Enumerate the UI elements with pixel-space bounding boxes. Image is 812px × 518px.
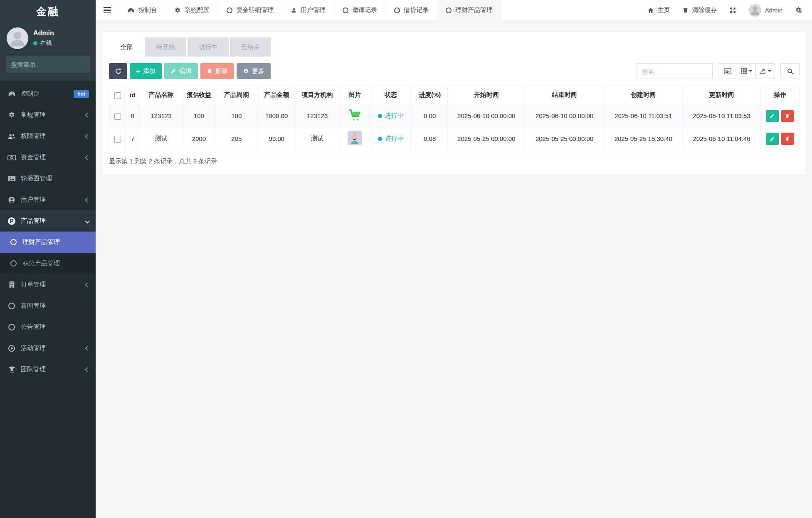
columns-button[interactable] bbox=[737, 63, 756, 79]
sidebar-search bbox=[6, 56, 90, 73]
pencil-icon bbox=[770, 136, 775, 141]
sidebar-item-points-products[interactable]: 积分产品管理 bbox=[0, 253, 96, 274]
fullscreen-button[interactable] bbox=[729, 7, 736, 14]
row-edit-button[interactable] bbox=[766, 133, 779, 145]
detail-view-button[interactable] bbox=[718, 63, 737, 79]
pencil-icon bbox=[770, 113, 775, 118]
row-edit-button[interactable] bbox=[766, 110, 779, 122]
delete-button[interactable]: 删除 bbox=[200, 63, 234, 79]
chevron-left-icon bbox=[85, 113, 89, 117]
sidebar-item-teams[interactable]: 团队管理 bbox=[0, 359, 96, 380]
status-badge: 进行中 bbox=[378, 135, 404, 143]
main-panel: 全部 待开始 进行中 已结束 +添加 编辑 删除 更多 bbox=[102, 31, 807, 175]
trophy-icon bbox=[7, 366, 17, 373]
select-all-cell bbox=[109, 86, 126, 104]
circle-o-icon bbox=[343, 7, 348, 13]
circle-o-icon bbox=[8, 239, 18, 245]
tab-all[interactable]: 全部 bbox=[109, 37, 144, 57]
sidebar-item-general[interactable]: 常规管理 bbox=[0, 104, 96, 126]
sidebar-item-wealth-products[interactable]: 理财产品管理 bbox=[0, 232, 96, 253]
chevron-left-icon bbox=[85, 155, 89, 160]
status-dot-icon bbox=[378, 114, 382, 118]
search-button[interactable] bbox=[780, 63, 800, 79]
view-options-group bbox=[718, 63, 775, 79]
chevron-left-icon bbox=[85, 346, 89, 350]
person-product-image bbox=[348, 131, 362, 145]
sidebar-item-orders[interactable]: 订单管理 bbox=[0, 274, 96, 295]
plus-icon: + bbox=[136, 68, 140, 75]
grid-icon bbox=[741, 68, 747, 74]
row-delete-button[interactable] bbox=[781, 133, 794, 145]
sidebar-item-banners[interactable]: 轮播图管理 bbox=[0, 168, 96, 189]
sidebar-item-products[interactable]: P 产品管理 bbox=[0, 210, 96, 232]
avatar bbox=[749, 4, 761, 17]
circle-o-icon bbox=[8, 260, 18, 266]
user-menu[interactable]: Admin bbox=[749, 4, 782, 17]
circle-o-icon bbox=[227, 7, 232, 13]
clear-cache-button[interactable]: 清除缓存 bbox=[682, 6, 717, 14]
sidebar-item-announcements[interactable]: 公告管理 bbox=[0, 316, 96, 338]
tachometer-icon bbox=[7, 91, 17, 97]
navtab-user-management[interactable]: 用户管理 bbox=[282, 0, 334, 20]
user-panel: Admin 在线 bbox=[0, 22, 96, 55]
row-checkbox[interactable] bbox=[114, 113, 121, 120]
table-toolbar: +添加 编辑 删除 更多 bbox=[109, 63, 800, 79]
circle-o-icon bbox=[446, 7, 452, 13]
sidebar-item-news[interactable]: 新闻管理 bbox=[0, 295, 96, 316]
chevron-left-icon bbox=[85, 367, 89, 372]
home-icon bbox=[647, 7, 654, 14]
add-button[interactable]: +添加 bbox=[130, 63, 162, 79]
user-circle-icon bbox=[7, 196, 17, 204]
list-view-icon bbox=[724, 68, 731, 74]
hot-badge: hot bbox=[74, 90, 89, 98]
refresh-button[interactable] bbox=[109, 63, 127, 79]
trash-icon bbox=[785, 113, 790, 118]
edit-button[interactable]: 编辑 bbox=[164, 63, 198, 79]
more-button[interactable]: 更多 bbox=[237, 63, 271, 79]
sidebar-item-users[interactable]: 用户管理 bbox=[0, 189, 96, 210]
play-circle-icon bbox=[7, 345, 17, 352]
sidebar-item-funds[interactable]: 资金管理 bbox=[0, 147, 96, 168]
hamburger-menu-icon[interactable] bbox=[96, 0, 119, 20]
row-delete-button[interactable] bbox=[781, 110, 794, 122]
sidebar-search-input[interactable] bbox=[11, 61, 94, 68]
navtab-loan-records[interactable]: 借贷记录 bbox=[386, 0, 437, 20]
record-summary: 显示第 1 到第 2 条记录，总共 2 条记录 bbox=[109, 158, 800, 165]
sidebar-item-activities[interactable]: 活动管理 bbox=[0, 338, 96, 359]
sidebar-item-dashboard[interactable]: 控制台 hot bbox=[0, 83, 96, 104]
row-checkbox[interactable] bbox=[114, 136, 121, 143]
expand-arrows-icon bbox=[729, 7, 736, 14]
navtab-fund-details[interactable]: 资金明细管理 bbox=[218, 0, 282, 20]
trash-icon bbox=[207, 68, 212, 74]
home-link[interactable]: 主页 bbox=[647, 6, 670, 14]
app-logo: 金融 bbox=[0, 0, 96, 22]
circle-o-icon bbox=[394, 7, 400, 13]
navtab-dashboard[interactable]: 控制台 bbox=[119, 0, 166, 20]
chevron-left-icon bbox=[85, 197, 89, 202]
product-p-icon: P bbox=[7, 217, 17, 225]
navtab-wealth-products[interactable]: 理财产品管理 bbox=[437, 0, 501, 20]
tab-finished[interactable]: 已结束 bbox=[230, 37, 271, 57]
image-icon bbox=[7, 175, 17, 182]
sidebar-header: 金融 Admin 在线 bbox=[0, 0, 96, 81]
table-row: 7 测试 2000 205 99.00 测试 进行中 0.08 2025-05-… bbox=[109, 128, 800, 150]
navtab-system-config[interactable]: 系统配置 bbox=[166, 0, 218, 20]
status-badge: 进行中 bbox=[378, 112, 404, 120]
select-all-checkbox[interactable] bbox=[114, 92, 121, 99]
user-avatar bbox=[7, 27, 28, 49]
caret-down-icon bbox=[749, 70, 752, 72]
navbar-right: 主页 清除缓存 Admin bbox=[647, 0, 812, 20]
users-icon bbox=[7, 133, 17, 140]
tab-in-progress[interactable]: 进行中 bbox=[188, 37, 229, 57]
pencil-icon bbox=[170, 68, 176, 74]
table-search-input[interactable] bbox=[637, 63, 713, 79]
tab-pending[interactable]: 待开始 bbox=[145, 37, 186, 57]
cart-product-image bbox=[347, 108, 363, 123]
sidebar-item-permissions[interactable]: 权限管理 bbox=[0, 126, 96, 147]
settings-button[interactable] bbox=[795, 7, 802, 14]
navtab-invite-records[interactable]: 邀请记录 bbox=[334, 0, 386, 20]
export-button[interactable] bbox=[755, 63, 775, 79]
circle-o-icon bbox=[7, 303, 17, 309]
table-header-row: id 产品名称 预估收益 产品周期 产品金额 项目方机构 图片 状态 进度(%)… bbox=[109, 86, 800, 104]
caret-down-icon bbox=[768, 70, 771, 72]
